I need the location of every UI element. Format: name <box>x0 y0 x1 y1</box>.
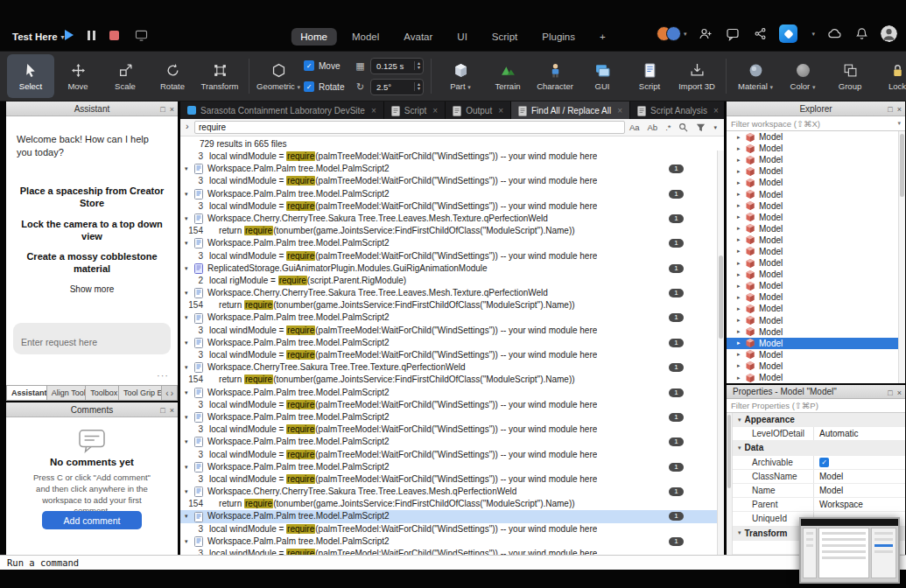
doc-tab[interactable]: Find All / Replace All× <box>511 102 630 119</box>
collapse-arrow-icon[interactable]: ▾ <box>185 436 193 448</box>
float-panel-icon[interactable]: □ <box>888 388 892 397</box>
expand-arrow-icon[interactable]: ▸ <box>737 214 745 220</box>
explorer-item-model[interactable]: ▸Model <box>727 234 898 246</box>
close-panel-icon[interactable]: × <box>897 388 902 397</box>
chat-button[interactable] <box>725 26 741 42</box>
explorer-item-model[interactable]: ▸Model <box>727 360 898 372</box>
find-result-match-row[interactable]: 3local windModule = require(palmTreeMode… <box>180 200 717 213</box>
find-result-match-row[interactable]: 154 return require(tonumber(game.JointsS… <box>180 299 717 312</box>
collapse-arrow-icon[interactable]: ▾ <box>185 361 193 374</box>
chevron-down-icon[interactable]: ▾ <box>713 124 717 131</box>
close-icon[interactable]: × <box>498 106 503 116</box>
dock-tab-assistant[interactable]: Assistant <box>7 386 47 400</box>
close-panel-icon[interactable]: × <box>170 105 174 114</box>
explorer-item-model[interactable]: ▸Model <box>727 223 898 234</box>
find-result-file-row[interactable]: ▾ReplicatedStorage.GuiAnimatorPlugin.Mod… <box>180 262 717 275</box>
explorer-filter-input[interactable] <box>731 119 897 129</box>
close-icon[interactable]: × <box>371 106 376 116</box>
comments-titlebar[interactable]: Comments □ × <box>6 402 178 417</box>
expand-arrow-icon[interactable]: ▸ <box>737 317 745 324</box>
explorer-titlebar[interactable]: Explorer □ × <box>727 102 905 116</box>
topnav-tab-[interactable]: + <box>590 28 615 46</box>
tool-move-button[interactable]: Move <box>54 54 102 98</box>
explorer-item-model[interactable]: ▸Model <box>727 177 898 188</box>
find-result-match-row[interactable]: 3local windModule = require(palmTreeMode… <box>180 473 717 486</box>
expand-arrow-icon[interactable]: ▸ <box>737 191 745 198</box>
explorer-item-model[interactable]: ▸Model <box>727 269 898 280</box>
expand-arrow-icon[interactable]: ▸ <box>737 134 745 141</box>
find-result-match-row[interactable]: 3local windModule = require(palmTreeMode… <box>180 548 717 555</box>
expand-arrow-icon[interactable]: ▸ <box>737 374 745 382</box>
properties-titlebar[interactable]: Properties - Model "Model" □ × <box>727 385 905 399</box>
geometric-mode-button[interactable]: Geometric ▾ <box>255 54 302 98</box>
play-button[interactable] <box>65 30 74 40</box>
property-value[interactable]: Automatic <box>819 429 858 438</box>
find-result-match-row[interactable]: 3local windModule = require(palmTreeMode… <box>180 424 717 436</box>
show-more-link[interactable]: Show more <box>15 284 169 294</box>
assistant-request-input[interactable] <box>13 323 171 354</box>
explorer-item-model[interactable]: ▸Model <box>727 280 898 291</box>
find-result-match-row[interactable]: 2local rigModule = require(script.Parent… <box>180 275 717 287</box>
collapse-arrow-icon[interactable]: ▾ <box>185 337 193 349</box>
explorer-item-model[interactable]: ▸Model <box>727 257 898 269</box>
account-avatar[interactable] <box>881 25 897 42</box>
color-button[interactable]: Color ▾ <box>779 54 826 98</box>
expand-arrow-icon[interactable]: ▸ <box>737 328 745 335</box>
expand-arrow-icon[interactable]: ▸ <box>737 157 745 164</box>
expand-arrow-icon[interactable]: ▸ <box>737 351 745 358</box>
find-result-file-row[interactable]: ▾Workspace.Palm.Palm tree.Model.PalmScri… <box>180 536 717 548</box>
add-comment-button[interactable]: Add comment <box>42 511 142 529</box>
explorer-item-model[interactable]: ▸Model <box>727 315 898 326</box>
topnav-tab-ui[interactable]: UI <box>447 28 477 46</box>
whole-word-button[interactable]: Ab <box>648 122 658 132</box>
assistant-more-options-icon[interactable]: ··· <box>157 370 169 381</box>
doc-tab[interactable]: Output× <box>446 102 511 119</box>
find-result-match-row[interactable]: 3local windModule = require(palmTreeMode… <box>180 449 717 461</box>
assistant-suggestion[interactable]: Place a spaceship from Creator Store <box>15 185 169 210</box>
explorer-item-model[interactable]: ▸Model <box>727 326 898 338</box>
group-button[interactable]: Group <box>826 54 874 98</box>
expand-arrow-icon[interactable]: ▸ <box>737 168 745 175</box>
insert-script-button[interactable]: Script <box>626 54 673 98</box>
explorer-item-model[interactable]: ▸Model <box>727 165 898 177</box>
tool-transform-button[interactable]: Transform <box>196 54 243 98</box>
topnav-tab-plugins[interactable]: Plugins <box>532 28 585 46</box>
stepper-arrows-icon[interactable]: ▴▾ <box>414 82 420 91</box>
find-result-file-row[interactable]: ▾Workspace.Cherry.CherryTree.Sakura Tree… <box>180 213 717 225</box>
insert-terrain-button[interactable]: Terrain <box>484 54 531 98</box>
notifications-button[interactable] <box>853 26 869 42</box>
pause-button[interactable] <box>88 31 95 40</box>
explorer-item-model[interactable]: ▸Model <box>727 131 898 143</box>
stop-button[interactable] <box>109 31 119 40</box>
stepper-arrows-icon[interactable]: ▴▾ <box>414 61 420 70</box>
collapse-arrow-icon[interactable]: ▾ <box>185 486 193 498</box>
float-panel-icon[interactable]: □ <box>160 406 165 415</box>
dock-tab-tool-grip-editor[interactable]: Tool Grip E <box>119 386 162 400</box>
find-result-match-row[interactable]: 3local windModule = require(palmTreeMode… <box>180 150 717 163</box>
doc-tab[interactable]: Script Analysis× <box>630 102 724 119</box>
collapse-arrow-icon[interactable]: ▾ <box>185 387 193 399</box>
collapse-arrow-icon[interactable]: ▾ <box>185 237 193 249</box>
expand-arrow-icon[interactable]: ▸ <box>737 294 745 301</box>
insert-gui-button[interactable]: GUI <box>579 54 626 98</box>
find-result-file-row[interactable]: ▾Workspace.Cherry.CherryTree.Sakura Tree… <box>180 287 717 299</box>
explorer-item-model[interactable]: ▸Model <box>727 212 898 223</box>
search-scope-icon[interactable] <box>678 122 688 132</box>
assistant-suggestion[interactable]: Create a mossy cobblestone material <box>15 250 169 276</box>
expand-arrow-icon[interactable]: ▸ <box>737 260 745 267</box>
find-result-match-row[interactable]: 3local windModule = require(palmTreeMode… <box>180 175 717 187</box>
float-panel-icon[interactable]: □ <box>160 105 165 114</box>
doc-tab[interactable]: Script× <box>384 102 446 119</box>
expand-arrow-icon[interactable]: ▸ <box>737 283 745 290</box>
filter-results-icon[interactable] <box>696 122 706 132</box>
expand-arrow-icon[interactable]: ▸ <box>737 179 745 186</box>
device-emulation-button[interactable] <box>133 27 149 43</box>
expand-arrow-icon[interactable]: ▸ <box>737 362 745 369</box>
close-panel-icon[interactable]: × <box>897 105 902 114</box>
collapse-arrow-icon[interactable]: ▾ <box>185 213 193 225</box>
find-result-file-row[interactable]: ▾Workspace.Palm.Palm tree.Model.PalmScri… <box>180 312 717 324</box>
expand-arrow-icon[interactable]: ▸ <box>737 248 745 255</box>
find-result-file-row[interactable]: ▾Workspace.CherryTree.Sakura Tree.Tree.T… <box>180 361 717 374</box>
find-result-file-row[interactable]: ▾Workspace.Palm.Palm tree.Model.PalmScri… <box>180 337 717 349</box>
close-icon[interactable]: × <box>432 106 438 116</box>
